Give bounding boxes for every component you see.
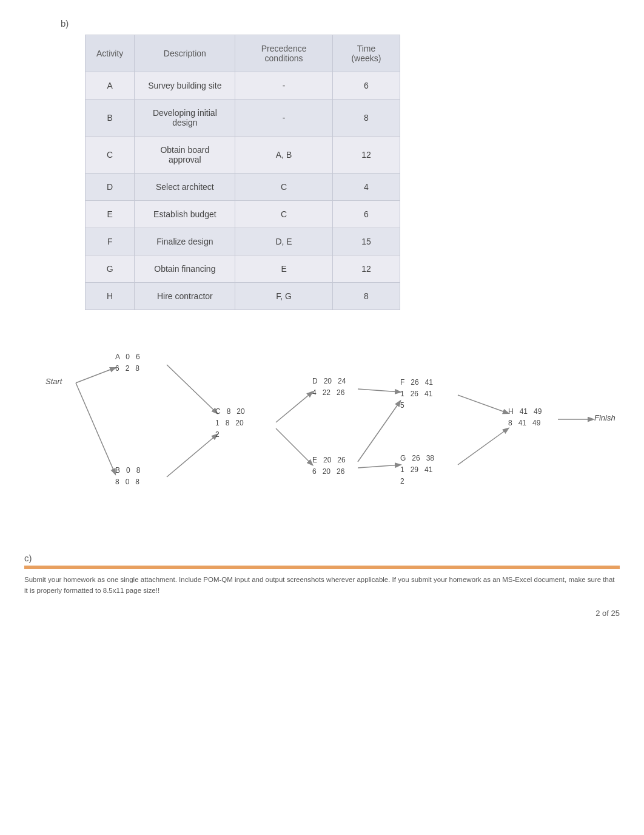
node-e-row2: 6 20 26 bbox=[312, 466, 346, 478]
cell-description-4: Establish budget bbox=[135, 201, 235, 228]
col-header-precedence: Precedence conditions bbox=[235, 35, 332, 72]
cell-activity-7: H bbox=[86, 283, 135, 310]
cell-activity-2: C bbox=[86, 137, 135, 174]
node-c-row3: 2 bbox=[215, 429, 245, 441]
svg-line-2 bbox=[167, 365, 217, 413]
node-a-row2: 6 2 8 bbox=[115, 363, 140, 374]
node-c-row1: C 8 20 bbox=[215, 406, 245, 418]
footer-text: Submit your homework as one single attac… bbox=[24, 574, 620, 597]
cell-description-0: Survey building site bbox=[135, 72, 235, 100]
col-header-activity: Activity bbox=[86, 35, 135, 72]
table-row: ASurvey building site-6 bbox=[86, 72, 400, 100]
cell-time-2: 12 bbox=[332, 137, 400, 174]
node-e-row1: E 20 26 bbox=[312, 455, 346, 466]
node-f: F 26 41 1 26 41 5 bbox=[400, 377, 433, 412]
node-g-row1: G 26 38 bbox=[400, 453, 434, 464]
cell-precedence-1: - bbox=[235, 100, 332, 137]
cell-time-3: 4 bbox=[332, 174, 400, 201]
table-row: DSelect architectC4 bbox=[86, 174, 400, 201]
node-f-row2: 1 26 41 bbox=[400, 388, 433, 400]
table-row: BDeveloping initial design-8 bbox=[86, 100, 400, 137]
cell-activity-4: E bbox=[86, 201, 135, 228]
svg-line-6 bbox=[358, 389, 400, 392]
cell-precedence-5: D, E bbox=[235, 228, 332, 255]
cell-time-1: 8 bbox=[332, 100, 400, 137]
cell-description-2: Obtain board approval bbox=[135, 137, 235, 174]
network-diagram: Start A 0 6 6 2 8 B 0 8 8 0 8 C 8 20 1 8… bbox=[36, 334, 631, 529]
node-g-row3: 2 bbox=[400, 476, 434, 487]
cell-activity-3: D bbox=[86, 174, 135, 201]
node-b: B 0 8 8 0 8 bbox=[115, 465, 140, 488]
cell-precedence-2: A, B bbox=[235, 137, 332, 174]
node-h: H 41 49 8 41 49 bbox=[508, 406, 542, 429]
cell-precedence-3: C bbox=[235, 174, 332, 201]
cell-description-3: Select architect bbox=[135, 174, 235, 201]
cell-activity-6: G bbox=[86, 255, 135, 283]
table-row: EEstablish budgetC6 bbox=[86, 201, 400, 228]
cell-time-5: 15 bbox=[332, 228, 400, 255]
cell-description-5: Finalize design bbox=[135, 228, 235, 255]
cell-activity-0: A bbox=[86, 72, 135, 100]
node-a-row1: A 0 6 bbox=[115, 351, 140, 363]
cell-activity-1: B bbox=[86, 100, 135, 137]
table-wrapper: Activity Description Precedence conditio… bbox=[85, 35, 559, 310]
page-number: 2 of 25 bbox=[24, 609, 620, 618]
cell-precedence-6: E bbox=[235, 255, 332, 283]
node-h-row1: H 41 49 bbox=[508, 406, 542, 418]
cell-description-7: Hire contractor bbox=[135, 283, 235, 310]
cell-precedence-4: C bbox=[235, 201, 332, 228]
table-row: GObtain financingE12 bbox=[86, 255, 400, 283]
cell-precedence-7: F, G bbox=[235, 283, 332, 310]
col-header-time: Time (weeks) bbox=[332, 35, 400, 72]
cell-time-6: 12 bbox=[332, 255, 400, 283]
table-row: FFinalize designD, E15 bbox=[86, 228, 400, 255]
svg-line-9 bbox=[458, 395, 508, 413]
orange-bar bbox=[24, 566, 620, 569]
cell-time-4: 6 bbox=[332, 201, 400, 228]
activity-table: Activity Description Precedence conditio… bbox=[85, 35, 400, 310]
cell-precedence-0: - bbox=[235, 72, 332, 100]
node-g: G 26 38 1 29 41 2 bbox=[400, 453, 434, 488]
node-b-row2: 8 0 8 bbox=[115, 476, 140, 488]
svg-line-7 bbox=[358, 401, 400, 462]
svg-line-4 bbox=[276, 392, 312, 422]
page-container: b) Activity Description Precedence condi… bbox=[0, 0, 644, 636]
cell-description-1: Developing initial design bbox=[135, 100, 235, 137]
node-f-row1: F 26 41 bbox=[400, 377, 433, 388]
section-c-label: c) bbox=[24, 553, 620, 563]
node-c: C 8 20 1 8 20 2 bbox=[215, 406, 245, 441]
cell-time-0: 6 bbox=[332, 72, 400, 100]
table-row: HHire contractorF, G8 bbox=[86, 283, 400, 310]
node-a: A 0 6 6 2 8 bbox=[115, 351, 140, 374]
svg-line-8 bbox=[358, 465, 400, 468]
table-row: CObtain board approvalA, B12 bbox=[86, 137, 400, 174]
node-d-row1: D 20 24 bbox=[312, 376, 346, 387]
cell-activity-5: F bbox=[86, 228, 135, 255]
svg-line-3 bbox=[167, 434, 217, 477]
col-header-description: Description bbox=[135, 35, 235, 72]
node-g-row2: 1 29 41 bbox=[400, 464, 434, 476]
cell-description-6: Obtain financing bbox=[135, 255, 235, 283]
node-f-row3: 5 bbox=[400, 400, 433, 411]
node-d-row2: 4 22 26 bbox=[312, 387, 346, 399]
node-b-row1: B 0 8 bbox=[115, 465, 140, 476]
start-label: Start bbox=[45, 377, 62, 386]
node-e: E 20 26 6 20 26 bbox=[312, 455, 346, 478]
svg-line-0 bbox=[76, 368, 115, 383]
section-b-label: b) bbox=[61, 18, 620, 29]
section-c: c) bbox=[24, 547, 620, 569]
node-c-row2: 1 8 20 bbox=[215, 418, 245, 429]
svg-line-5 bbox=[276, 428, 312, 465]
node-d: D 20 24 4 22 26 bbox=[312, 376, 346, 399]
finish-label: Finish bbox=[594, 413, 615, 422]
svg-line-10 bbox=[458, 428, 508, 465]
cell-time-7: 8 bbox=[332, 283, 400, 310]
svg-line-1 bbox=[76, 383, 115, 474]
node-h-row2: 8 41 49 bbox=[508, 418, 542, 429]
